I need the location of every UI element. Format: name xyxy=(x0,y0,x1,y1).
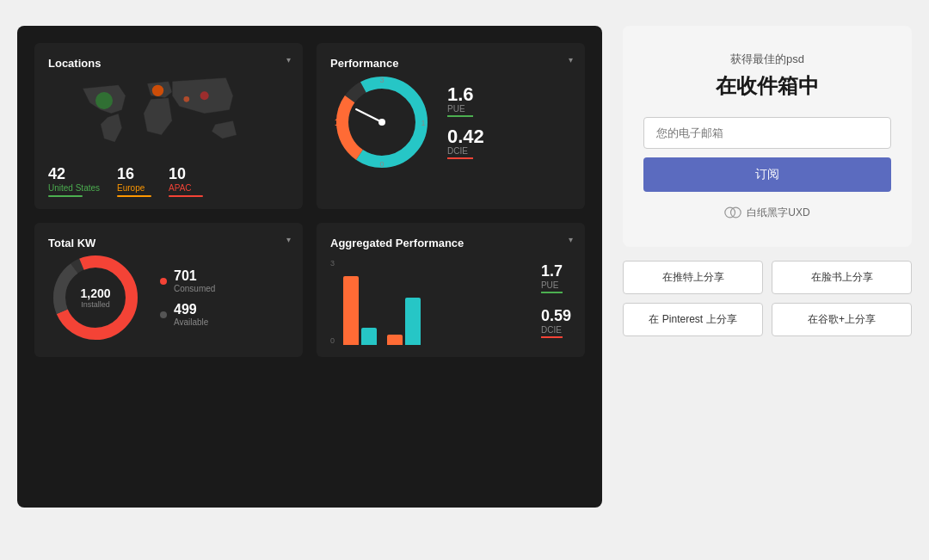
svg-point-17 xyxy=(731,207,741,218)
svg-point-1 xyxy=(152,85,163,96)
svg-text:1: 1 xyxy=(421,119,425,127)
kw-stats: 701 Consumed 499 Available xyxy=(160,268,215,327)
available-row: 499 Available xyxy=(160,302,215,327)
svg-point-2 xyxy=(200,91,209,100)
locations-card: Locations ▾ xyxy=(34,43,303,209)
share-facebook[interactable]: 在脸书上分享 xyxy=(772,261,912,294)
totalkw-card: Total KW ▾ 1,200 Installed xyxy=(34,223,303,357)
consumed-info: 701 Consumed xyxy=(174,268,215,293)
perf-stats: 1.6 PUE 0.42 DCIE xyxy=(447,85,484,159)
sub-subtitle: 获得最佳的psd xyxy=(643,52,891,67)
bar-1-teal xyxy=(361,328,377,345)
svg-text:0: 0 xyxy=(379,160,384,169)
pue-underline xyxy=(447,115,473,117)
email-input[interactable] xyxy=(643,117,891,149)
brand-icon xyxy=(724,204,741,221)
bar-group-1 xyxy=(343,276,377,345)
dcie-label: DCIE xyxy=(447,146,484,156)
loc-stat-us: 42 United States xyxy=(48,165,100,197)
svg-point-0 xyxy=(95,92,113,109)
aggregated-dropdown[interactable]: ▾ xyxy=(569,235,573,244)
apac-label: APAC xyxy=(169,183,203,193)
locations-map xyxy=(48,71,289,157)
locations-dropdown[interactable]: ▾ xyxy=(286,55,291,65)
sub-title: 在收件箱中 xyxy=(643,72,891,100)
eu-label: Europe xyxy=(117,183,151,193)
dashboard: Locations ▾ xyxy=(17,26,602,508)
loc-stat-eu: 16 Europe xyxy=(117,165,151,197)
dcie-value: 0.42 xyxy=(447,127,484,146)
installed-label: Installed xyxy=(80,300,110,309)
us-bar xyxy=(48,195,83,197)
svg-text:1.5: 1.5 xyxy=(335,118,347,127)
bar-2-orange xyxy=(387,335,403,345)
available-label: Available xyxy=(174,317,208,327)
agg-pue-label: PUE xyxy=(541,280,571,290)
agg-pue-underline xyxy=(541,292,563,293)
chart-y-axis: 3 0 xyxy=(330,259,335,345)
page-container: Locations ▾ xyxy=(17,17,912,516)
apac-bar xyxy=(169,195,203,197)
brand-text: 白纸黑字UXD xyxy=(747,206,809,220)
eu-number: 16 xyxy=(117,165,151,183)
performance-card: Performance ▾ xyxy=(317,43,585,209)
agg-dcie-underline xyxy=(541,336,563,338)
world-map-svg xyxy=(48,71,289,157)
consumed-num: 701 xyxy=(174,268,215,284)
dcie-underline xyxy=(447,157,473,159)
y-label-3: 3 xyxy=(330,259,335,268)
subscribe-button[interactable]: 订阅 xyxy=(643,157,891,192)
performance-donut-svg: 3 1 0 1.5 xyxy=(330,71,434,174)
dcie-stat: 0.42 DCIE xyxy=(447,127,484,159)
share-google[interactable]: 在谷歌+上分享 xyxy=(772,303,912,336)
bar-1-orange xyxy=(343,276,359,345)
share-twitter[interactable]: 在推特上分享 xyxy=(623,261,763,294)
totalkw-dropdown[interactable]: ▾ xyxy=(286,235,291,244)
agg-content: 3 0 xyxy=(330,250,571,345)
performance-donut: 3 1 0 1.5 xyxy=(330,71,434,174)
locations-title: Locations xyxy=(48,57,101,70)
performance-content: 3 1 0 1.5 1.6 PUE 0.42 xyxy=(330,71,571,174)
dashboard-grid: Locations ▾ xyxy=(34,43,585,357)
agg-dcie: 0.59 DCIE xyxy=(541,307,571,338)
pue-value: 1.6 xyxy=(447,85,484,104)
brand-logo: 白纸黑字UXD xyxy=(643,204,891,221)
svg-text:3: 3 xyxy=(379,76,384,84)
consumed-label: Consumed xyxy=(174,284,215,293)
performance-dropdown[interactable]: ▾ xyxy=(569,55,573,65)
pue-stat: 1.6 PUE xyxy=(447,85,484,117)
subscription-box: 获得最佳的psd 在收件箱中 订阅 白纸黑字UXD xyxy=(623,26,912,247)
kw-center-text: 1,200 Installed xyxy=(80,286,110,309)
kw-donut: 1,200 Installed xyxy=(48,250,143,345)
right-panel: 获得最佳的psd 在收件箱中 订阅 白纸黑字UXD 在推特上分享 在脸书上分享 … xyxy=(623,26,912,508)
pue-label: PUE xyxy=(447,104,484,114)
consumed-dot xyxy=(160,278,167,285)
us-number: 42 xyxy=(48,165,100,183)
bar-2-teal xyxy=(405,298,421,345)
apac-number: 10 xyxy=(169,165,203,183)
available-num: 499 xyxy=(174,302,208,317)
agg-dcie-value: 0.59 xyxy=(541,307,571,325)
svg-point-8 xyxy=(378,119,385,126)
bar-chart xyxy=(343,259,527,345)
loc-stat-apac: 10 APAC xyxy=(169,165,203,197)
aggregated-card: Aggregated Performance ▾ 3 0 xyxy=(317,223,585,357)
available-info: 499 Available xyxy=(174,302,208,327)
share-pinterest[interactable]: 在 Pinterest 上分享 xyxy=(623,303,763,336)
agg-dcie-label: DCIE xyxy=(541,325,571,335)
svg-point-3 xyxy=(184,96,190,102)
agg-metrics: 1.7 PUE 0.59 DCIE xyxy=(541,262,571,345)
consumed-row: 701 Consumed xyxy=(160,268,215,293)
svg-point-16 xyxy=(725,207,735,218)
us-label: United States xyxy=(48,183,100,193)
locations-stats: 42 United States 16 Europe 10 APAC xyxy=(48,165,289,197)
agg-pue-value: 1.7 xyxy=(541,262,571,280)
y-label-0: 0 xyxy=(330,336,335,345)
totalkw-content: 1,200 Installed 701 Consumed xyxy=(48,250,289,345)
share-buttons: 在推特上分享 在脸书上分享 在 Pinterest 上分享 在谷歌+上分享 xyxy=(623,261,912,336)
bar-group-2 xyxy=(387,298,421,345)
available-dot xyxy=(160,311,167,318)
agg-pue: 1.7 PUE xyxy=(541,262,571,293)
eu-bar xyxy=(117,195,151,197)
aggregated-title: Aggregated Performance xyxy=(330,237,464,249)
